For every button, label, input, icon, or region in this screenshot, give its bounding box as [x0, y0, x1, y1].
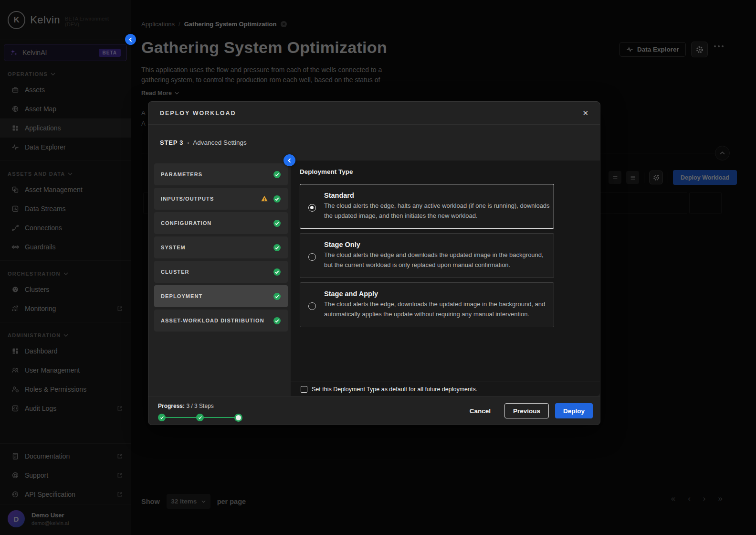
tab-cluster[interactable]: CLUSTER — [154, 261, 288, 283]
chevron-left-icon — [129, 37, 132, 42]
check-circle-icon — [273, 171, 281, 179]
option-stage-only[interactable]: Stage Only The cloud alerts the edge and… — [300, 233, 554, 278]
check-circle-icon — [273, 292, 281, 300]
modal-footer: Progress: 3 / 3 Steps Cancel Previous De… — [148, 396, 600, 425]
option-description: The cloud alerts the edge, downloads the… — [324, 299, 552, 319]
option-stage-and-apply[interactable]: Stage and Apply The cloud alerts the edg… — [300, 282, 554, 327]
default-deployment-checkbox[interactable] — [301, 386, 307, 393]
chevron-left-icon — [288, 158, 291, 163]
tab-inputs-outputs[interactable]: INPUTS/OUTPUTS — [154, 188, 288, 210]
cancel-button[interactable]: Cancel — [470, 407, 491, 415]
step-complete-icon — [158, 414, 166, 421]
step-number: STEP 3 — [160, 139, 183, 146]
progress-label: Progress: — [158, 403, 185, 409]
progress-indicator: Progress: 3 / 3 Steps — [158, 403, 242, 421]
modal-header: DEPLOY WORKLOAD ✕ — [148, 102, 600, 125]
progress-stepper — [158, 414, 242, 421]
default-deployment-row: Set this Deployment Type as default for … — [291, 382, 600, 396]
default-deployment-label: Set this Deployment Type as default for … — [312, 386, 477, 393]
tab-parameters[interactable]: PARAMETERS — [154, 163, 288, 185]
warning-icon — [261, 195, 268, 203]
deploy-button[interactable]: Deploy — [555, 403, 593, 418]
check-circle-icon — [273, 244, 281, 252]
app-root: K Kelvin BETA Environment (DEV) KelvinAI… — [0, 0, 756, 535]
check-circle-icon — [273, 195, 281, 203]
modal-actions: Cancel Previous Deploy — [470, 403, 593, 418]
deployment-type-options: Standard The cloud alerts the edge, halt… — [300, 184, 554, 332]
radio-standard[interactable] — [308, 204, 316, 212]
deploy-workload-modal: DEPLOY WORKLOAD ✕ STEP 3 • Advanced Sett… — [148, 101, 600, 425]
wizard-tabs: PARAMETERS INPUTS/OUTPUTS CONFIGURATION … — [154, 163, 288, 334]
step-name: Advanced Settings — [193, 139, 247, 146]
radio-stage-only[interactable] — [308, 253, 316, 261]
option-standard[interactable]: Standard The cloud alerts the edge, halt… — [300, 184, 554, 229]
step-complete-icon — [196, 414, 204, 421]
tab-asset-workload-distribution[interactable]: ASSET-WORKLOAD DISTRIBUTION — [154, 310, 288, 332]
option-title: Standard — [324, 192, 547, 199]
check-circle-icon — [273, 268, 281, 276]
panel-collapse-button[interactable] — [284, 154, 295, 166]
option-description: The cloud alerts the edge, halts any act… — [324, 201, 552, 221]
close-icon[interactable]: ✕ — [582, 109, 588, 118]
modal-title: DEPLOY WORKLOAD — [160, 110, 582, 117]
step-indicator: STEP 3 • Advanced Settings — [148, 125, 600, 160]
deployment-type-panel: Deployment Type Standard The cloud alert… — [291, 160, 600, 396]
option-title: Stage and Apply — [324, 290, 547, 298]
step-current-icon — [234, 414, 242, 422]
tab-system[interactable]: SYSTEM — [154, 236, 288, 258]
sidebar-collapse-button[interactable] — [125, 34, 136, 45]
option-description: The cloud alerts the edge and downloads … — [324, 250, 552, 270]
check-circle-icon — [273, 317, 281, 325]
radio-stage-and-apply[interactable] — [308, 302, 316, 310]
progress-value: 3 / 3 Steps — [186, 403, 213, 409]
option-title: Stage Only — [324, 241, 547, 248]
tab-deployment[interactable]: DEPLOYMENT — [154, 285, 288, 307]
tab-configuration[interactable]: CONFIGURATION — [154, 212, 288, 234]
modal-body: PARAMETERS INPUTS/OUTPUTS CONFIGURATION … — [148, 160, 600, 396]
previous-button[interactable]: Previous — [504, 403, 549, 418]
deployment-type-heading: Deployment Type — [300, 168, 353, 175]
check-circle-icon — [273, 219, 281, 227]
